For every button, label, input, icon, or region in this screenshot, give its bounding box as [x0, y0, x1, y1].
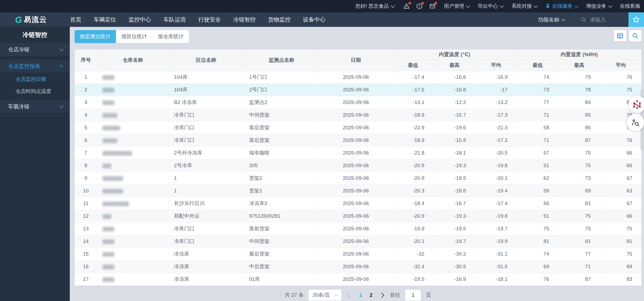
cell-warehouse-name: ██████	[97, 121, 169, 134]
topbar-menu-export-center[interactable]: 导出中心	[478, 3, 503, 10]
nav-item-fleet-operation[interactable]: 车队运营	[157, 12, 192, 27]
topbar-menu-online-service[interactable]: 在线服务	[545, 3, 578, 10]
next-page-button[interactable]	[379, 293, 384, 298]
cell-monitor-point: 货架1	[244, 185, 319, 197]
sidebar-item-store-monitor-daily[interactable]: 仓店监控日报	[0, 73, 70, 85]
app-logo[interactable]: G 易流云	[0, 15, 64, 25]
nav-item-device-center[interactable]: 设备中心	[297, 12, 332, 27]
cell-date: 2025-09-06	[319, 210, 392, 223]
alert-triangle-icon[interactable]	[403, 3, 410, 9]
cell-temp-min: -18.9	[392, 134, 434, 147]
sidebar-group-store-monitor-report[interactable]: 仓店监控报表	[0, 59, 70, 73]
favorite-button[interactable]	[628, 12, 644, 27]
cell-warehouse-name: ███████	[97, 172, 169, 185]
user-greeting[interactable]: 您好! 思念食品	[355, 3, 394, 10]
cell-temp-min: -18.4	[392, 197, 434, 210]
cell-temp-max: -16.9	[434, 273, 475, 286]
fab-network-button[interactable]	[628, 96, 644, 113]
masked-warehouse-name: ███	[103, 214, 112, 218]
page-number-1[interactable]: 1	[359, 292, 362, 298]
cell-temp-min: -21.8	[392, 147, 434, 159]
nav-item-vehicle-location[interactable]: 车辆定位	[87, 12, 122, 27]
table-row: 11█████████长沙乐行百川冷冻库22025-09-06-18.4-16.…	[75, 197, 641, 210]
cell-row-index: 16	[75, 260, 97, 273]
topbar-menu-label: 用户管理	[444, 3, 464, 10]
sidebar-group-vehicle-cold-chain[interactable]: 车载冷链	[0, 99, 70, 113]
goto-label: 前往	[390, 292, 400, 299]
cell-humidity-min: 73	[517, 84, 558, 96]
search-toggle-button[interactable]	[629, 30, 641, 41]
nav-item-cold-chain[interactable]: 冷链智控	[227, 12, 262, 27]
global-search-input[interactable]: 请输入	[573, 16, 628, 23]
cell-zone-name: 冷冻库	[169, 260, 244, 273]
cell-warehouse-name: ███████	[97, 185, 169, 197]
cell-date: 2025-09-06	[319, 96, 392, 109]
cell-temp-min: -32	[392, 248, 434, 260]
cell-row-index: 5	[75, 121, 97, 134]
cell-temp-max: -19.3	[434, 210, 475, 223]
cell-humidity-avg: 66	[600, 210, 641, 223]
cell-humidity-max: 87	[558, 273, 600, 286]
cell-humidity-avg: 83	[600, 273, 641, 286]
cell-humidity-avg: 66	[600, 147, 641, 159]
topbar-menu-online-support[interactable]: 在线客服	[620, 3, 640, 10]
masked-warehouse-name: █████████	[103, 202, 129, 206]
goto-page-input[interactable]: 1	[405, 289, 421, 301]
prev-page-button[interactable]	[347, 293, 352, 298]
shield-alert-icon[interactable]	[416, 3, 423, 9]
mail-icon[interactable]	[429, 3, 436, 9]
total-count: 共 27 条	[285, 292, 304, 299]
cell-warehouse-name: █████████	[97, 197, 169, 210]
cell-row-index: 4	[75, 109, 97, 121]
sidebar-group-store-cold-chain[interactable]: 仓店冷链	[0, 42, 70, 56]
nav-item-cargo-monitor[interactable]: 货物监控	[262, 12, 297, 27]
cell-temp-max: -30.5	[434, 260, 475, 273]
cell-date: 2025-09-06	[319, 185, 392, 197]
cell-humidity-max: 75	[558, 223, 600, 235]
card-view-button[interactable]	[614, 30, 626, 41]
cell-warehouse-name: ███	[97, 159, 169, 172]
function-name-dropdown[interactable]: 功能名称	[530, 16, 573, 23]
cell-zone-name: 冷库门口	[169, 109, 244, 121]
nav-item-driving-safety[interactable]: 行驶安全	[192, 12, 227, 27]
assistant-fab-icon	[631, 118, 640, 127]
col-header-0: 序号	[75, 49, 97, 71]
cell-humidity-min: 51	[517, 159, 558, 172]
tab-by-monitor-point[interactable]: 按监测点统计	[75, 30, 116, 43]
cell-warehouse-name: █████	[97, 134, 169, 147]
cell-warehouse-name: ████	[97, 248, 169, 260]
logo-g-icon: G	[15, 15, 22, 25]
sub-header-1-1: 最高	[558, 60, 600, 71]
cell-row-index: 13	[75, 223, 97, 235]
topbar-menu-user-management[interactable]: 用户管理	[444, 3, 470, 10]
chevron-down-icon	[500, 3, 504, 8]
topbar-menu-value-added[interactable]: 增值业务	[586, 3, 612, 10]
cell-temp-max: -18.1	[434, 147, 475, 159]
chevron-down-icon	[608, 3, 613, 8]
cell-temp-max: -18.8	[434, 185, 475, 197]
sidebar-item-store-time-point-temp[interactable]: 仓店时间点温度	[0, 85, 70, 97]
masked-warehouse-name: █████	[103, 113, 118, 117]
cell-monitor-point: 中间货架	[244, 235, 319, 248]
cell-humidity-avg: 75	[600, 84, 641, 96]
cell-date: 2025-09-06	[319, 273, 392, 286]
cell-date: 2025-09-06	[319, 84, 392, 96]
fab-assistant-button[interactable]	[627, 114, 644, 131]
nav-item-home[interactable]: 首页	[64, 12, 87, 27]
topbar: 您好! 思念食品 用户管理导出中心系统对接在线服务增值业务在线客服	[0, 0, 644, 12]
cell-humidity-max: 71	[558, 260, 600, 273]
cell-temp-max: -19.7	[434, 235, 475, 248]
cell-temp-min: -19.5	[392, 273, 434, 286]
sidebar: 冷链智控 仓店冷链仓店监控报表仓店监控日报仓店时间点温度车载冷链	[0, 27, 70, 301]
page-number-2[interactable]: 2	[369, 292, 372, 298]
cell-temp-avg: -16.9	[475, 71, 517, 84]
cell-temp-max: -15.9	[434, 134, 475, 147]
page-size-select[interactable]: 20条/页	[308, 289, 342, 301]
topbar-menu-system-integration[interactable]: 系统对接	[511, 3, 537, 10]
tab-by-zone[interactable]: 按区位统计	[116, 30, 153, 43]
masked-warehouse-name: ███	[103, 164, 112, 168]
nav-item-monitor-center[interactable]: 监控中心	[122, 12, 157, 27]
tab-by-warehouse[interactable]: 按仓库统计	[153, 30, 189, 43]
table-row: 10███████1货架12025-09-06-20.3-18.8-19.459…	[75, 185, 641, 197]
cell-temp-avg: -19.7	[475, 223, 517, 235]
